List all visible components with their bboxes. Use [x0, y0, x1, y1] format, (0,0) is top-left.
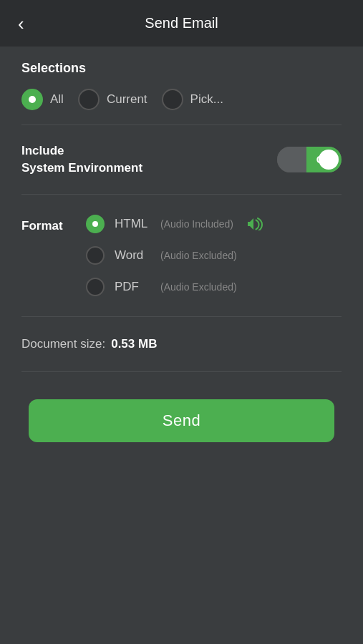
format-note-pdf: (Audio Excluded) [160, 281, 237, 293]
content-area: Selections All Current Pick... Include S… [0, 47, 363, 457]
selections-label: Selections [21, 61, 342, 76]
divider-3 [21, 316, 342, 317]
system-environment-label: Include System Environment [21, 142, 142, 177]
toggle-thumb [319, 150, 339, 170]
radio-label-current: Current [107, 92, 147, 107]
document-size-value: 0.53 MB [111, 337, 157, 351]
format-options: HTML (Audio Included) Word (Audio Exclud… [86, 215, 342, 296]
radio-item-all[interactable]: All [21, 89, 64, 110]
back-button[interactable]: ‹ [14, 11, 28, 36]
radio-circle-all [21, 89, 43, 110]
format-radio-pdf [86, 278, 105, 296]
format-name-word: Word [115, 248, 150, 263]
format-option-html[interactable]: HTML (Audio Included) [86, 215, 342, 233]
radio-item-current[interactable]: Current [78, 89, 147, 110]
format-label: Format [21, 215, 72, 233]
format-radio-html [86, 215, 105, 233]
divider-4 [21, 371, 342, 372]
radio-circle-pick [162, 89, 183, 110]
selections-section: Selections All Current Pick... [21, 61, 342, 110]
system-environment-toggle[interactable]: ON [277, 147, 342, 172]
selections-radio-group: All Current Pick... [21, 89, 342, 110]
format-option-word[interactable]: Word (Audio Excluded) [86, 246, 342, 265]
format-name-pdf: PDF [115, 280, 150, 294]
radio-label-pick: Pick... [190, 92, 223, 107]
format-option-pdf[interactable]: PDF (Audio Excluded) [86, 278, 342, 296]
header: ‹ Send Email [0, 0, 363, 47]
format-note-word: (Audio Excluded) [160, 250, 237, 261]
document-size-row: Document size: 0.53 MB [21, 330, 342, 358]
divider-1 [21, 125, 342, 125]
page-title: Send Email [145, 15, 218, 31]
divider-2 [21, 194, 342, 195]
format-note-html: (Audio Included) [160, 218, 233, 230]
radio-label-all: All [50, 92, 64, 107]
audio-icon [248, 218, 263, 230]
document-size-label: Document size: [21, 337, 105, 351]
radio-item-pick[interactable]: Pick... [162, 89, 223, 110]
system-environment-row: Include System Environment ON [21, 138, 342, 181]
radio-circle-current [78, 89, 100, 110]
send-button-container: Send [21, 385, 342, 442]
format-radio-word [86, 246, 105, 265]
format-section: Format HTML (Audio Included) Word [21, 208, 342, 303]
send-button[interactable]: Send [29, 399, 334, 442]
format-name-html: HTML [115, 217, 150, 231]
